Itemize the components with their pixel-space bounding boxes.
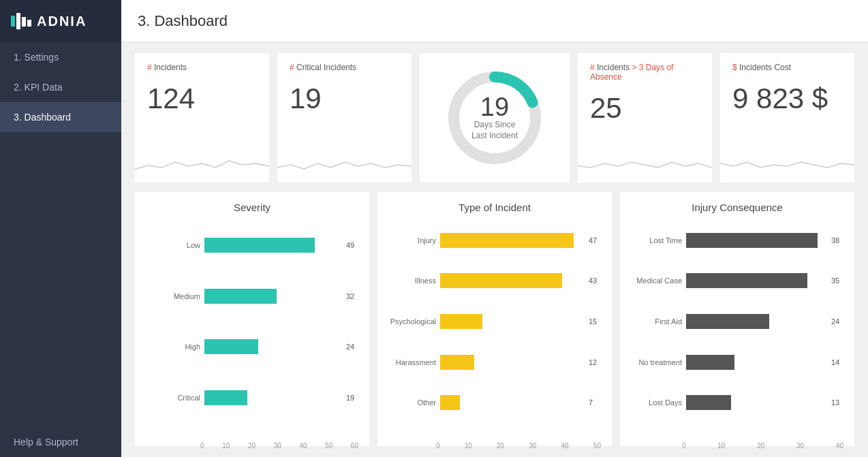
svg-rect-2 [22,17,26,27]
bar-row-injury: Injury 47 [388,232,601,249]
sidebar-item-help-support[interactable]: Help & Support [0,427,121,457]
bar-label-high: High [146,343,200,351]
bar-row-lost-days: Lost Days 13 [631,394,843,411]
page-title: 3. Dashboard [138,12,228,30]
donut-center: 19 Days Since Last Incident [471,94,518,141]
bar-track-critical [204,390,339,405]
bar-label-other: Other [388,398,436,407]
kpi-label-critical: # Critical Incidents [290,63,399,72]
incident-type-bars: Injury 47 Illness 43 [388,220,601,439]
chart-title-injury-consequence: Injury Consequence [631,202,843,213]
logo: ADNIA [0,0,121,42]
kpi-value-critical: 19 [290,84,399,113]
svg-rect-3 [27,20,31,27]
bar-label-harassment: Harassment [388,358,436,366]
sparkline-absence [578,148,712,176]
kpi-value-absence: 25 [590,94,700,123]
chart-card-incident-type: Type of Incident Injury 47 Illness [377,192,612,446]
sidebar-item-dashboard[interactable]: 3. Dashboard [0,102,121,132]
bar-label-psychological: Psychological [388,317,436,326]
incident-type-axis: 0 10 20 30 40 50 [436,439,601,450]
svg-rect-0 [11,16,15,27]
bar-fill-injury [440,233,574,248]
bar-fill-critical [204,390,247,405]
logo-text: ADNIA [37,14,87,29]
sidebar: ADNIA 1. Settings 2. KPI Data 3. Dashboa… [0,0,121,457]
bar-fill-lost-time [686,233,818,248]
kpi-label-incidents: # Incidents [147,63,257,72]
bar-fill-illness [440,273,562,288]
bar-val-lost-time: 38 [831,236,843,245]
dashboard-content: # Incidents 124 # Critical Incidents 19 [121,42,868,457]
kpi-card-critical: # Critical Incidents 19 [277,53,412,183]
injury-consequence-bars: Lost Time 38 Medical Case 35 [631,220,843,439]
kpi-card-absence: # Incidents > 3 Days of Absence 25 [578,53,712,183]
bar-row-medical-case: Medical Case 35 [631,272,843,289]
bar-val-illness: 43 [589,277,601,285]
bar-label-critical: Critical [146,394,200,402]
bar-track-first-aid [686,314,824,329]
bar-val-psychological: 15 [589,317,601,326]
bar-val-critical: 19 [346,394,358,402]
bar-row-harassment: Harassment 12 [388,353,601,371]
bar-val-first-aid: 24 [831,317,843,326]
bar-val-injury: 47 [589,236,601,245]
sidebar-item-settings[interactable]: 1. Settings [0,42,121,72]
bar-track-harassment [440,355,582,370]
bar-track-illness [440,273,582,288]
page-header: 3. Dashboard [121,0,868,42]
svg-rect-1 [16,13,20,29]
bar-fill-no-treatment [686,355,734,370]
bar-label-medium: Medium [146,292,200,300]
sparkline-incidents [135,148,269,176]
bar-track-psychological [440,314,582,329]
sidebar-item-kpi-data[interactable]: 2. KPI Data [0,72,121,102]
chart-card-severity: Severity Low 49 Medium [135,192,369,446]
charts-row: Severity Low 49 Medium [135,192,854,446]
bar-row-no-treatment: No treatment 14 [631,353,843,371]
severity-bars: Low 49 Medium 32 [146,220,358,439]
bar-label-lost-time: Lost Time [631,236,682,245]
bar-row-low: Low 49 [146,236,358,254]
kpi-row: # Incidents 124 # Critical Incidents 19 [135,53,854,183]
bar-label-first-aid: First Aid [631,317,682,326]
bar-track-low [204,238,339,253]
bar-row-medium: Medium 32 [146,287,358,305]
bar-track-lost-time [686,233,824,248]
sparkline-cost [720,148,854,176]
bar-fill-first-aid [686,314,769,329]
bar-fill-other [440,395,460,410]
main-content: 3. Dashboard # Incidents 124 # Critical [121,0,868,457]
kpi-card-donut: 19 Days Since Last Incident [420,53,570,183]
bar-val-other: 7 [589,398,601,407]
kpi-value-incidents: 124 [147,84,257,113]
chart-area-severity: Low 49 Medium 32 [146,220,358,439]
bar-val-low: 49 [346,241,358,249]
bar-track-other [440,395,582,410]
logo-icon [11,13,31,29]
bar-fill-lost-days [686,395,731,410]
donut-text: Days Since Last Incident [471,120,518,141]
bar-fill-high [204,339,258,354]
bar-val-medium: 32 [346,292,358,300]
injury-consequence-axis: 0 10 20 30 40 [682,439,843,450]
donut-number: 19 [471,94,518,120]
bar-track-injury [440,233,582,248]
chart-area-incident-type: Injury 47 Illness 43 [388,220,601,439]
severity-axis: 0 10 20 30 40 50 60 [200,439,358,450]
bar-label-illness: Illness [388,277,436,285]
bar-label-low: Low [146,241,200,249]
sparkline-critical [277,148,412,176]
chart-title-incident-type: Type of Incident [388,202,601,213]
bar-row-critical: Critical 19 [146,389,358,407]
bar-fill-psychological [440,314,482,329]
bar-row-lost-time: Lost Time 38 [631,232,843,249]
bar-row-other: Other 7 [388,394,601,411]
hash-icon: # [147,63,152,72]
kpi-card-cost: $ Incidents Cost 9 823 $ [720,53,854,183]
bar-fill-harassment [440,355,474,370]
bar-track-no-treatment [686,355,824,370]
kpi-label-cost: $ Incidents Cost [732,63,842,72]
kpi-value-cost: 9 823 $ [732,84,842,113]
bar-track-high [204,339,339,354]
